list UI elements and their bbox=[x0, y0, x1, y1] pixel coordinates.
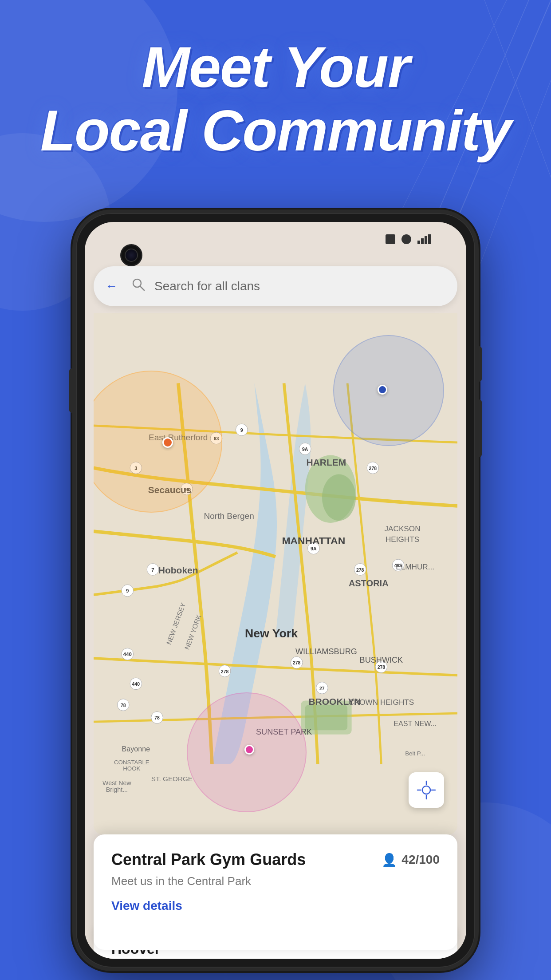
clan-members-count: 👤 42/100 bbox=[382, 853, 440, 867]
camera-hole bbox=[120, 244, 142, 266]
svg-text:7: 7 bbox=[151, 567, 154, 573]
clan-name: Central Park Gym Guards bbox=[111, 850, 306, 869]
svg-text:CROWN HEIGHTS: CROWN HEIGHTS bbox=[349, 698, 414, 707]
svg-text:HEIGHTS: HEIGHTS bbox=[386, 535, 419, 544]
svg-text:Hoboken: Hoboken bbox=[158, 565, 198, 576]
svg-text:ASTORIA: ASTORIA bbox=[349, 578, 389, 588]
title-area: Meet Your Local Community bbox=[0, 36, 551, 162]
back-button[interactable]: ← bbox=[100, 275, 122, 297]
svg-text:278: 278 bbox=[369, 466, 377, 471]
gps-icon bbox=[417, 780, 436, 800]
search-input[interactable]: Search for all clans bbox=[154, 279, 444, 293]
svg-rect-7 bbox=[425, 236, 427, 244]
members-icon: 👤 bbox=[382, 853, 397, 867]
svg-text:9: 9 bbox=[240, 428, 243, 433]
svg-text:New York: New York bbox=[245, 627, 298, 640]
svg-text:78: 78 bbox=[121, 703, 126, 708]
status-bar bbox=[386, 234, 431, 244]
search-bar[interactable]: ← Search for all clans bbox=[94, 266, 457, 306]
svg-text:440: 440 bbox=[123, 652, 132, 657]
svg-text:HARLEM: HARLEM bbox=[307, 457, 346, 467]
power-button bbox=[476, 346, 482, 382]
svg-text:Belt P...: Belt P... bbox=[405, 751, 425, 757]
svg-text:North Bergen: North Bergen bbox=[204, 511, 254, 521]
search-icon bbox=[131, 277, 146, 295]
status-icon-circle bbox=[401, 234, 411, 244]
title-line2: Local Community bbox=[0, 99, 551, 162]
svg-text:ST. GEORGE: ST. GEORGE bbox=[151, 775, 193, 782]
phone-frame: ← Search for all clans bbox=[76, 213, 475, 968]
svg-text:WILLIAMSBURG: WILLIAMSBURG bbox=[295, 647, 357, 656]
clan-card-header: Central Park Gym Guards 👤 42/100 bbox=[111, 850, 440, 869]
clan-dot-orange[interactable] bbox=[162, 437, 173, 448]
svg-rect-6 bbox=[421, 238, 424, 244]
svg-line-10 bbox=[140, 286, 144, 290]
gps-button[interactable] bbox=[409, 772, 444, 808]
svg-text:CONSTABLE: CONSTABLE bbox=[114, 759, 150, 766]
svg-text:9A: 9A bbox=[302, 447, 308, 452]
svg-text:440: 440 bbox=[132, 682, 140, 687]
svg-text:EAST NEW...: EAST NEW... bbox=[394, 719, 437, 727]
members-number: 42/100 bbox=[401, 853, 440, 867]
main-title: Meet Your Local Community bbox=[0, 36, 551, 162]
clan-circle-blue[interactable] bbox=[333, 335, 444, 446]
svg-point-80 bbox=[422, 786, 430, 794]
svg-text:ELMHUR...: ELMHUR... bbox=[396, 562, 434, 571]
phone-screen: ← Search for all clans bbox=[85, 222, 466, 959]
svg-text:MANHATTAN: MANHATTAN bbox=[282, 535, 345, 546]
svg-rect-53 bbox=[305, 705, 347, 730]
map-area[interactable]: 3 95 7 9 440 440 78 78 bbox=[94, 313, 457, 834]
svg-text:278: 278 bbox=[293, 661, 301, 666]
volume-button-left bbox=[69, 368, 75, 413]
svg-text:278: 278 bbox=[378, 665, 386, 670]
svg-text:27: 27 bbox=[319, 686, 325, 691]
view-details-link[interactable]: View details bbox=[111, 899, 182, 913]
svg-text:9A: 9A bbox=[311, 546, 317, 551]
phone-wrapper: ← Search for all clans bbox=[76, 213, 475, 968]
svg-text:JACKSON: JACKSON bbox=[385, 524, 421, 533]
status-icon-square bbox=[386, 234, 395, 244]
svg-text:278: 278 bbox=[221, 669, 229, 674]
svg-text:9: 9 bbox=[126, 588, 129, 593]
svg-text:278: 278 bbox=[356, 568, 364, 573]
volume-button-right bbox=[476, 399, 482, 457]
signal-icon bbox=[417, 234, 431, 244]
svg-rect-5 bbox=[417, 241, 420, 244]
svg-text:78: 78 bbox=[154, 715, 160, 720]
svg-marker-8 bbox=[428, 234, 431, 244]
clan-dot-blue[interactable] bbox=[378, 385, 387, 395]
clan-dot-pink[interactable] bbox=[244, 745, 254, 755]
title-line1: Meet Your bbox=[0, 36, 551, 99]
svg-text:BUSHWICK: BUSHWICK bbox=[360, 656, 403, 664]
svg-point-51 bbox=[322, 474, 356, 521]
svg-text:Bayonne: Bayonne bbox=[122, 745, 150, 753]
clan-card: Central Park Gym Guards 👤 42/100 Meet us… bbox=[94, 834, 457, 950]
camera-lens bbox=[125, 249, 138, 262]
svg-text:Bright...: Bright... bbox=[106, 786, 128, 793]
svg-text:HOOK: HOOK bbox=[123, 765, 140, 772]
clan-description: Meet us in the Central Park bbox=[111, 874, 440, 888]
